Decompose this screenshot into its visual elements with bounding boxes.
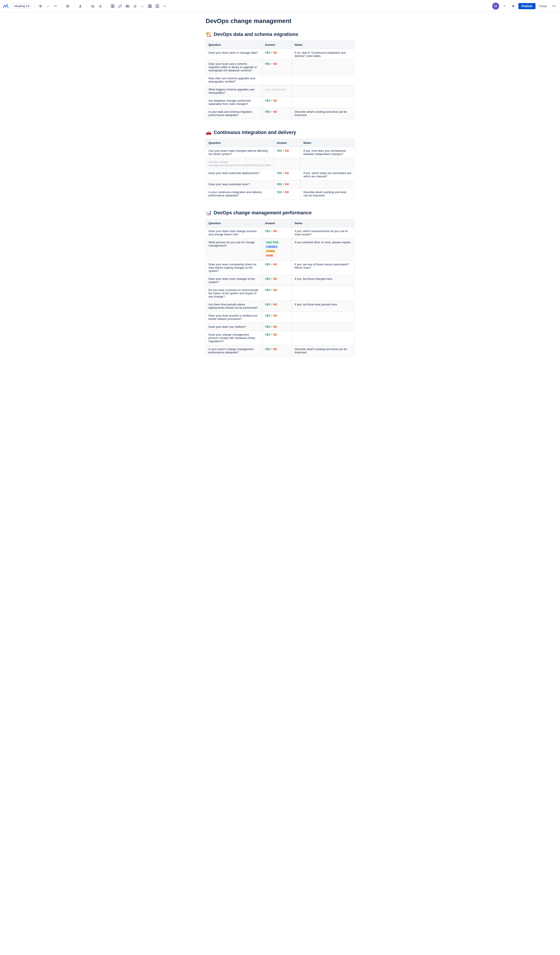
table-header-question: Question — [206, 219, 262, 227]
yes-label[interactable]: YES — [277, 191, 282, 194]
no-label[interactable]: NO — [273, 263, 277, 266]
yes-label[interactable]: YES — [265, 110, 270, 113]
insert-table-button[interactable] — [147, 3, 153, 9]
yes-label[interactable]: YES — [265, 325, 270, 329]
no-label[interactable]: NO — [285, 183, 289, 186]
no-label[interactable]: NO — [273, 99, 277, 102]
table-cell-answer: YES / NO — [274, 180, 301, 188]
table-row: Are database changes performed separatel… — [206, 97, 354, 108]
table-cell-question: Is your team's change management perform… — [206, 345, 262, 357]
app-logo[interactable] — [3, 3, 9, 9]
insert-plus-button[interactable]: + — [161, 3, 168, 9]
tag-none[interactable]: NONE — [265, 254, 275, 257]
table-cell-question: Can your team make changes without affec… — [206, 147, 274, 158]
no-label[interactable]: NO — [273, 230, 277, 233]
heading-style-select[interactable]: Heading 2 ▾ — [12, 3, 31, 9]
yes-label[interactable]: YES — [265, 99, 270, 102]
no-label[interactable]: NO — [273, 277, 277, 280]
no-label[interactable]: NO — [273, 314, 277, 317]
avatar[interactable]: CK — [492, 3, 499, 9]
yes-label[interactable]: YES — [265, 288, 270, 292]
table-row: Is your team's change management perform… — [206, 345, 354, 357]
tag-4-modes[interactable]: 4 MODES — [265, 245, 278, 249]
table-cell-question: Does your team use a schema migration ut… — [206, 60, 262, 74]
table-cell-answer: YES / NO — [262, 60, 292, 74]
no-label[interactable]: NO — [273, 303, 277, 306]
separator: / — [271, 314, 273, 317]
template-button[interactable]: ⊞ — [510, 3, 517, 9]
no-label[interactable]: NO — [273, 333, 277, 336]
no-label[interactable]: NO — [285, 172, 289, 175]
yes-label[interactable]: YES — [265, 63, 270, 66]
yes-label[interactable]: YES — [277, 183, 282, 186]
more-options-button[interactable]: ••• — [551, 3, 557, 9]
yes-label[interactable]: YES — [265, 263, 270, 266]
insert-action-button[interactable] — [109, 3, 116, 9]
no-label[interactable]: NO — [273, 63, 277, 66]
table-cell-answer: YES / NO — [274, 188, 301, 199]
no-label[interactable]: NO — [273, 51, 277, 54]
yes-label[interactable]: YES — [265, 303, 270, 306]
no-label[interactable]: NO — [285, 191, 289, 194]
separator: / — [282, 172, 285, 175]
table-header-question: Question — [206, 41, 262, 49]
separator: / — [271, 63, 273, 66]
no-label[interactable]: NO — [273, 348, 277, 351]
tag-fast-five[interactable]: FAST FIVE — [265, 241, 280, 244]
svg-rect-8 — [92, 7, 94, 8]
section-3-table-wrap: QuestionAnswerNotesDoes your team track … — [206, 219, 354, 357]
insert-layout-button[interactable] — [154, 3, 161, 9]
placeholder-text: devops-change-management.body.content.hi… — [209, 160, 271, 167]
bullet-list-button[interactable] — [89, 3, 96, 9]
no-label[interactable]: NO — [273, 325, 277, 329]
table-row: Does your team automate tests?YES / NO — [206, 180, 354, 188]
table-cell-answer: YES / NO — [262, 323, 292, 331]
italic-button[interactable]: I — [44, 3, 51, 9]
no-label[interactable]: NO — [273, 288, 277, 292]
table-row: devops-change-management.body.content.hi… — [206, 158, 354, 169]
more-formatting-button[interactable]: ••• — [52, 3, 59, 9]
table-cell-answer: YES / NO — [262, 227, 292, 238]
yes-label[interactable]: YES — [265, 51, 270, 54]
separator: / — [271, 230, 273, 233]
table-cell-question: Does your team automate deployments? — [206, 169, 274, 180]
yes-label[interactable]: YES — [265, 277, 270, 280]
yes-label[interactable]: YES — [265, 230, 270, 233]
section-3: 📊DevOps change management performanceQue… — [206, 210, 354, 357]
table-row: Does your team use a schema migration ut… — [206, 60, 354, 74]
add-collaborator-button[interactable]: + — [501, 3, 508, 9]
table-row: Does your change management process comp… — [206, 331, 354, 345]
insert-link-button[interactable] — [117, 3, 123, 9]
yes-label[interactable]: YES — [277, 149, 282, 152]
table-cell-answer: YES / NO — [262, 301, 292, 312]
section-1-heading: 🏗️DevOps data and schema migrations — [206, 31, 354, 37]
insert-image-button[interactable] — [124, 3, 131, 9]
yes-label[interactable]: YES — [265, 314, 270, 317]
toolbar-separator-3 — [74, 3, 74, 9]
bold-button[interactable]: B — [37, 3, 44, 9]
insert-emoji-button[interactable]: ☺ — [139, 3, 146, 9]
tag-other[interactable]: OTHER — [265, 249, 276, 253]
svg-rect-21 — [148, 5, 151, 8]
table-cell-question: Does your team track change success and … — [206, 227, 262, 238]
publish-button[interactable]: Publish — [518, 3, 536, 9]
table-cell-question: Does your team consistently check for ri… — [206, 260, 262, 275]
insert-mention-button[interactable]: @ — [131, 3, 139, 9]
close-button[interactable]: Close — [537, 3, 549, 9]
yes-label[interactable]: YES — [265, 333, 270, 336]
no-label[interactable]: NO — [273, 110, 277, 113]
table-cell-notes: Describe what's working and what can be … — [301, 188, 354, 199]
numbered-list-button[interactable]: 1. 2. 3. — [97, 3, 104, 9]
table-cell-notes: If yes, which measurements do you use to… — [292, 227, 354, 238]
section-3-table: QuestionAnswerNotesDoes your team track … — [206, 219, 354, 357]
align-button[interactable] — [64, 3, 71, 9]
yes-label[interactable]: YES — [277, 172, 282, 175]
no-label[interactable]: NO — [285, 149, 289, 152]
svg-rect-0 — [66, 5, 69, 5]
table-cell-notes — [292, 60, 354, 74]
separator: / — [271, 263, 273, 266]
table-cell-question: How often are schema upgrades and downgr… — [206, 74, 262, 86]
yes-label[interactable]: YES — [265, 348, 270, 351]
table-row: Does your team store or manage data?YES … — [206, 49, 354, 60]
text-color-button[interactable]: A — [77, 3, 84, 9]
